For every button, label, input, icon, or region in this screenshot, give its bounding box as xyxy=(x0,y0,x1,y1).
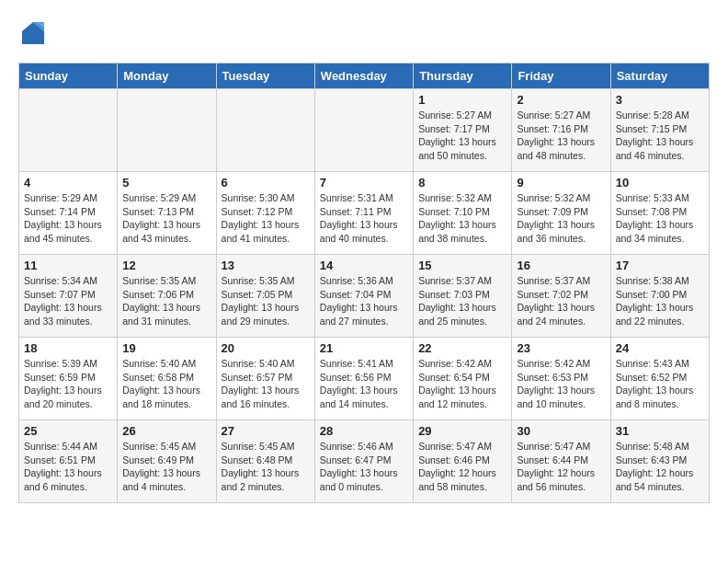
calendar-cell: 23Sunrise: 5:42 AM Sunset: 6:53 PM Dayli… xyxy=(512,338,610,420)
day-number: 12 xyxy=(122,259,210,272)
calendar-cell: 27Sunrise: 5:45 AM Sunset: 6:48 PM Dayli… xyxy=(216,420,314,503)
day-info: Sunrise: 5:47 AM Sunset: 6:46 PM Dayligh… xyxy=(418,440,506,494)
day-number: 15 xyxy=(418,259,506,272)
calendar-cell: 2Sunrise: 5:27 AM Sunset: 7:16 PM Daylig… xyxy=(512,89,610,172)
calendar-cell: 16Sunrise: 5:37 AM Sunset: 7:02 PM Dayli… xyxy=(512,255,610,338)
calendar-cell: 29Sunrise: 5:47 AM Sunset: 6:46 PM Dayli… xyxy=(414,420,512,503)
day-number: 18 xyxy=(24,341,112,355)
calendar-week-4: 18Sunrise: 5:39 AM Sunset: 6:59 PM Dayli… xyxy=(19,338,710,420)
calendar-cell xyxy=(118,89,216,172)
day-number: 5 xyxy=(122,176,210,190)
calendar-week-2: 4Sunrise: 5:29 AM Sunset: 7:14 PM Daylig… xyxy=(19,172,710,255)
calendar-body: 1Sunrise: 5:27 AM Sunset: 7:17 PM Daylig… xyxy=(19,89,710,503)
day-info: Sunrise: 5:27 AM Sunset: 7:17 PM Dayligh… xyxy=(418,109,506,163)
weekday-header-monday: Monday xyxy=(118,63,216,89)
day-info: Sunrise: 5:28 AM Sunset: 7:15 PM Dayligh… xyxy=(616,109,704,163)
calendar-cell xyxy=(314,89,413,172)
day-info: Sunrise: 5:44 AM Sunset: 6:51 PM Dayligh… xyxy=(24,440,112,494)
calendar-cell: 4Sunrise: 5:29 AM Sunset: 7:14 PM Daylig… xyxy=(19,172,118,255)
day-info: Sunrise: 5:35 AM Sunset: 7:06 PM Dayligh… xyxy=(122,274,210,328)
logo xyxy=(18,18,51,48)
weekday-header-saturday: Saturday xyxy=(610,63,709,89)
calendar-cell: 12Sunrise: 5:35 AM Sunset: 7:06 PM Dayli… xyxy=(118,255,216,338)
page-header xyxy=(18,18,710,48)
calendar-cell: 14Sunrise: 5:36 AM Sunset: 7:04 PM Dayli… xyxy=(314,255,413,338)
day-number: 1 xyxy=(418,93,506,107)
calendar-cell: 30Sunrise: 5:47 AM Sunset: 6:44 PM Dayli… xyxy=(512,420,610,503)
calendar-cell: 17Sunrise: 5:38 AM Sunset: 7:00 PM Dayli… xyxy=(610,255,709,338)
day-info: Sunrise: 5:40 AM Sunset: 6:57 PM Dayligh… xyxy=(222,357,310,411)
calendar-cell: 11Sunrise: 5:34 AM Sunset: 7:07 PM Dayli… xyxy=(19,255,118,338)
calendar-cell: 22Sunrise: 5:42 AM Sunset: 6:54 PM Dayli… xyxy=(414,338,512,420)
weekday-header-thursday: Thursday xyxy=(414,63,512,89)
calendar-cell: 20Sunrise: 5:40 AM Sunset: 6:57 PM Dayli… xyxy=(216,338,314,420)
day-info: Sunrise: 5:37 AM Sunset: 7:03 PM Dayligh… xyxy=(418,274,506,328)
day-info: Sunrise: 5:33 AM Sunset: 7:08 PM Dayligh… xyxy=(616,191,704,246)
day-number: 16 xyxy=(517,259,605,272)
day-info: Sunrise: 5:42 AM Sunset: 6:54 PM Dayligh… xyxy=(418,357,506,411)
calendar-cell: 1Sunrise: 5:27 AM Sunset: 7:17 PM Daylig… xyxy=(414,89,512,172)
day-info: Sunrise: 5:35 AM Sunset: 7:05 PM Dayligh… xyxy=(222,274,310,328)
weekday-header-sunday: Sunday xyxy=(19,63,118,89)
day-number: 7 xyxy=(320,176,408,190)
day-number: 11 xyxy=(24,259,112,272)
day-number: 22 xyxy=(418,341,506,355)
day-number: 13 xyxy=(222,259,310,272)
weekday-header-tuesday: Tuesday xyxy=(216,63,314,89)
calendar-cell xyxy=(19,89,118,172)
day-number: 31 xyxy=(616,424,704,438)
day-info: Sunrise: 5:45 AM Sunset: 6:49 PM Dayligh… xyxy=(122,440,210,494)
day-info: Sunrise: 5:40 AM Sunset: 6:58 PM Dayligh… xyxy=(122,357,210,411)
day-number: 24 xyxy=(616,341,704,355)
calendar-week-1: 1Sunrise: 5:27 AM Sunset: 7:17 PM Daylig… xyxy=(19,89,710,172)
calendar-cell: 8Sunrise: 5:32 AM Sunset: 7:10 PM Daylig… xyxy=(414,172,512,255)
day-info: Sunrise: 5:32 AM Sunset: 7:10 PM Dayligh… xyxy=(418,191,506,246)
day-number: 27 xyxy=(222,424,310,438)
day-number: 9 xyxy=(517,176,605,190)
day-number: 17 xyxy=(616,259,704,272)
day-info: Sunrise: 5:37 AM Sunset: 7:02 PM Dayligh… xyxy=(517,274,605,328)
calendar-cell: 5Sunrise: 5:29 AM Sunset: 7:13 PM Daylig… xyxy=(118,172,216,255)
day-info: Sunrise: 5:31 AM Sunset: 7:11 PM Dayligh… xyxy=(320,191,408,246)
day-number: 2 xyxy=(517,93,605,107)
weekday-row: SundayMondayTuesdayWednesdayThursdayFrid… xyxy=(19,63,710,89)
day-info: Sunrise: 5:32 AM Sunset: 7:09 PM Dayligh… xyxy=(517,191,605,246)
day-info: Sunrise: 5:34 AM Sunset: 7:07 PM Dayligh… xyxy=(24,274,112,328)
day-number: 10 xyxy=(616,176,704,190)
day-number: 14 xyxy=(320,259,408,272)
calendar-cell: 3Sunrise: 5:28 AM Sunset: 7:15 PM Daylig… xyxy=(610,89,709,172)
day-info: Sunrise: 5:38 AM Sunset: 7:00 PM Dayligh… xyxy=(616,274,704,328)
calendar-cell: 18Sunrise: 5:39 AM Sunset: 6:59 PM Dayli… xyxy=(19,338,118,420)
logo-icon xyxy=(18,18,48,48)
day-number: 30 xyxy=(517,424,605,438)
day-info: Sunrise: 5:39 AM Sunset: 6:59 PM Dayligh… xyxy=(24,357,112,411)
day-info: Sunrise: 5:42 AM Sunset: 6:53 PM Dayligh… xyxy=(517,357,605,411)
calendar-cell: 31Sunrise: 5:48 AM Sunset: 6:43 PM Dayli… xyxy=(610,420,709,503)
calendar-cell: 10Sunrise: 5:33 AM Sunset: 7:08 PM Dayli… xyxy=(610,172,709,255)
day-info: Sunrise: 5:29 AM Sunset: 7:14 PM Dayligh… xyxy=(24,191,112,246)
calendar-table: SundayMondayTuesdayWednesdayThursdayFrid… xyxy=(18,63,710,503)
day-number: 29 xyxy=(418,424,506,438)
day-number: 19 xyxy=(122,341,210,355)
calendar-cell: 24Sunrise: 5:43 AM Sunset: 6:52 PM Dayli… xyxy=(610,338,709,420)
day-info: Sunrise: 5:46 AM Sunset: 6:47 PM Dayligh… xyxy=(320,440,408,494)
calendar-cell: 7Sunrise: 5:31 AM Sunset: 7:11 PM Daylig… xyxy=(314,172,413,255)
calendar-cell: 26Sunrise: 5:45 AM Sunset: 6:49 PM Dayli… xyxy=(118,420,216,503)
day-number: 20 xyxy=(222,341,310,355)
day-number: 3 xyxy=(616,93,704,107)
day-number: 21 xyxy=(320,341,408,355)
day-info: Sunrise: 5:29 AM Sunset: 7:13 PM Dayligh… xyxy=(122,191,210,246)
calendar-cell: 19Sunrise: 5:40 AM Sunset: 6:58 PM Dayli… xyxy=(118,338,216,420)
calendar-week-3: 11Sunrise: 5:34 AM Sunset: 7:07 PM Dayli… xyxy=(19,255,710,338)
day-info: Sunrise: 5:43 AM Sunset: 6:52 PM Dayligh… xyxy=(616,357,704,411)
day-number: 23 xyxy=(517,341,605,355)
calendar-cell: 21Sunrise: 5:41 AM Sunset: 6:56 PM Dayli… xyxy=(314,338,413,420)
day-number: 26 xyxy=(122,424,210,438)
day-info: Sunrise: 5:27 AM Sunset: 7:16 PM Dayligh… xyxy=(517,109,605,163)
day-number: 28 xyxy=(320,424,408,438)
calendar-cell: 15Sunrise: 5:37 AM Sunset: 7:03 PM Dayli… xyxy=(414,255,512,338)
weekday-header-friday: Friday xyxy=(512,63,610,89)
day-number: 25 xyxy=(24,424,112,438)
day-info: Sunrise: 5:30 AM Sunset: 7:12 PM Dayligh… xyxy=(222,191,310,246)
calendar-cell: 6Sunrise: 5:30 AM Sunset: 7:12 PM Daylig… xyxy=(216,172,314,255)
